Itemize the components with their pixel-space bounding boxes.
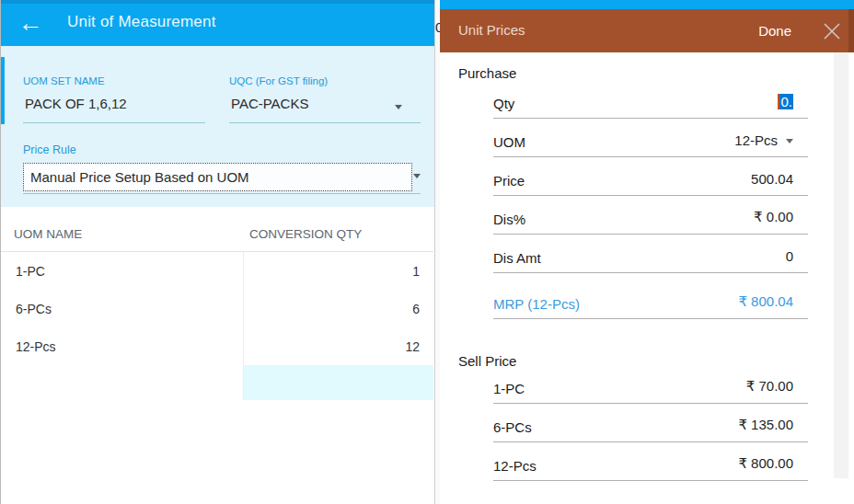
scrollbar-track[interactable]: [834, 52, 848, 478]
app-window: ← Unit of Measurement UOM SET NAME PACK …: [0, 0, 854, 504]
uom-dropdown-caret-icon[interactable]: [786, 139, 793, 143]
purchase-row-value: ₹ 800.04: [738, 293, 793, 310]
page-title: Unit of Measurement: [67, 13, 216, 31]
unit-prices-panel: Unit Prices Done Purchase Qty0.UOM12-Pcs…: [440, 9, 854, 504]
price-rule-underline: [23, 193, 421, 194]
conversion-qty-cell[interactable]: 12: [243, 327, 433, 365]
header-sliver-above-overlay: [440, 0, 854, 9]
purchase-row-label: Price: [493, 173, 525, 189]
unit-prices-header: Unit Prices Done: [440, 9, 854, 52]
purchase-section-heading: Purchase: [458, 52, 854, 83]
conversion-qty-cell[interactable]: 1: [243, 252, 433, 290]
uqc-underline: [229, 122, 421, 123]
sell-section-heading: Sell Price: [458, 352, 854, 370]
uom-table-row[interactable]: 1-PC1: [1, 252, 433, 290]
price-rule-label: Price Rule: [23, 143, 76, 156]
uom-table-row-selected[interactable]: [1, 365, 433, 400]
purchase-row-label: Qty: [493, 96, 514, 111]
conversion-qty-cell[interactable]: 6: [243, 290, 433, 327]
uom-table-row[interactable]: 6-PCs6: [1, 290, 433, 327]
header-edge-shade: [848, 9, 854, 52]
back-arrow-icon[interactable]: ←: [14, 6, 47, 40]
purchase-row: MRP (12-Pcs)₹ 800.04: [493, 281, 808, 319]
sell-row: 12-Pcs₹ 800.00: [493, 442, 808, 481]
sell-row-label: 6-PCs: [493, 419, 532, 435]
unit-prices-body: Purchase Qty0.UOM12-PcsPrice500.04Dis%₹ …: [440, 52, 854, 504]
sell-row-value[interactable]: ₹ 70.00: [746, 378, 793, 395]
sell-row-value[interactable]: ₹ 800.00: [738, 455, 793, 472]
uom-table-body: 1-PC16-PCs612-Pcs12: [1, 252, 433, 400]
left-header-bar: ← Unit of Measurement: [1, 0, 435, 46]
conversion-qty-cell-selected[interactable]: [243, 365, 433, 400]
uom-name-cell[interactable]: [1, 365, 243, 400]
uqc-select[interactable]: PAC-PACKS: [231, 96, 308, 111]
price-rule-select[interactable]: Manual Price Setup Based on UOM: [23, 163, 412, 191]
uom-set-name-underline: [23, 122, 205, 123]
purchase-row-value[interactable]: 500.04: [751, 171, 793, 187]
purchase-row-label: MRP (12-Pcs): [493, 296, 580, 312]
selected-input-text[interactable]: 0.: [778, 94, 793, 109]
uom-name-cell[interactable]: 12-Pcs: [1, 327, 243, 365]
uqc-dropdown-caret-icon[interactable]: [395, 105, 402, 109]
purchase-row-value[interactable]: 0: [786, 248, 793, 264]
sell-row-label: 1-PC: [493, 381, 525, 396]
uom-set-name-label: UOM SET NAME: [23, 75, 105, 86]
field-accent-bar: [1, 57, 5, 124]
purchase-row: Qty0.: [493, 83, 808, 119]
close-icon[interactable]: [822, 21, 842, 41]
uom-name-cell[interactable]: 6-PCs: [1, 290, 243, 327]
done-button[interactable]: Done: [753, 21, 797, 40]
sell-row: 6-PCs₹ 135.00: [493, 404, 808, 442]
titlebar-strip: [1, 0, 435, 4]
purchase-row-label: Dis%: [493, 212, 525, 227]
unit-of-measurement-pane: ← Unit of Measurement UOM SET NAME PACK …: [0, 0, 434, 504]
sell-row: 1-PC₹ 70.00: [493, 370, 808, 404]
purchase-row: Dis%₹ 0.00: [493, 196, 808, 235]
uom-set-name-input[interactable]: PACK OF 1,6,12: [25, 96, 127, 111]
uom-form: UOM SET NAME PACK OF 1,6,12 UQC (For GST…: [1, 46, 435, 207]
uom-name-cell[interactable]: 1-PC: [1, 252, 243, 290]
purchase-row-value[interactable]: ₹ 0.00: [754, 209, 793, 225]
uom-table-header: UOM NAME CONVERSION QTY: [1, 207, 435, 251]
sell-row-value[interactable]: ₹ 135.00: [738, 417, 793, 433]
purchase-row-value[interactable]: 0.: [778, 94, 793, 109]
purchase-row-value[interactable]: 12-Pcs: [734, 132, 793, 148]
uom-table-row[interactable]: 12-Pcs12: [1, 327, 433, 365]
purchase-row: Price500.04: [493, 157, 808, 196]
sell-rows: 1-PC₹ 70.006-PCs₹ 135.0012-Pcs₹ 800.00: [493, 370, 808, 481]
purchase-row-label: Dis Amt: [493, 250, 541, 266]
purchase-row: Dis Amt0: [493, 235, 808, 273]
purchase-rows: Qty0.UOM12-PcsPrice500.04Dis%₹ 0.00Dis A…: [493, 83, 808, 319]
sell-row-label: 12-Pcs: [493, 458, 537, 474]
purchase-row-label: UOM: [493, 134, 525, 150]
col-conversion-qty: CONVERSION QTY: [249, 227, 362, 241]
unit-prices-title: Unit Prices: [458, 22, 525, 38]
col-uom-name: UOM NAME: [14, 227, 82, 241]
price-rule-dropdown-caret-icon[interactable]: [413, 174, 421, 178]
uqc-label: UQC (For GST filing): [229, 75, 328, 86]
purchase-row: UOM12-Pcs: [493, 119, 808, 157]
